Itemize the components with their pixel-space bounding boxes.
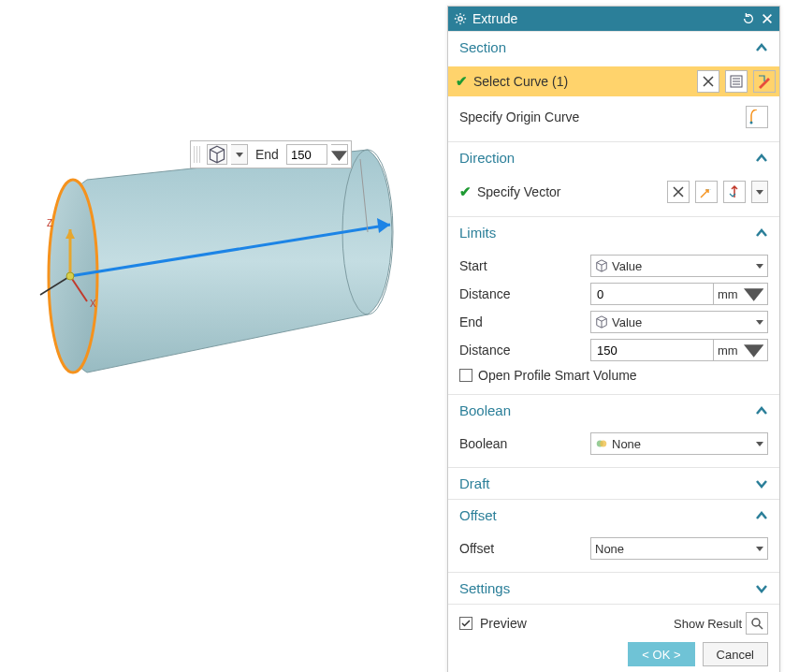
svg-point-9 [66, 272, 74, 280]
preview-label: Preview [480, 616, 527, 631]
select-curve-row[interactable]: ✔ Select Curve (1) [448, 66, 779, 96]
cube-icon [595, 259, 608, 272]
vector-x-icon[interactable] [667, 181, 690, 203]
section-header-settings[interactable]: Settings [448, 572, 779, 604]
chevron-down-icon [755, 477, 768, 490]
boolean-select[interactable]: None [590, 432, 768, 455]
dialog-footer: Preview Show Result [448, 604, 779, 642]
reset-icon[interactable] [742, 12, 755, 25]
chevron-down-icon [755, 582, 768, 595]
dialog-title: Extrude [472, 11, 736, 26]
preview-checkbox[interactable] [459, 617, 472, 630]
svg-point-18 [752, 619, 760, 626]
magnifier-icon[interactable] [746, 612, 768, 635]
offset-label: Offset [459, 541, 590, 556]
open-profile-checkbox[interactable] [459, 369, 472, 382]
specify-vector-label: Specify Vector [477, 184, 561, 199]
chevron-up-icon [755, 152, 768, 165]
ok-button[interactable]: < OK > [628, 642, 694, 666]
offset-select[interactable]: None [590, 537, 768, 560]
svg-text:...: ... [706, 185, 711, 191]
svg-point-14 [750, 122, 753, 124]
section-content-direction: ✔ Specify Vector ... [448, 173, 779, 216]
limits-end-distance-row: Distance mm [459, 336, 768, 364]
limits-end-row: End Value [459, 308, 768, 336]
chevron-up-icon [755, 509, 768, 522]
check-icon: ✔ [456, 73, 468, 90]
close-icon[interactable] [761, 12, 774, 25]
svg-point-17 [600, 441, 606, 447]
show-result[interactable]: Show Result [674, 612, 768, 635]
floating-end-entry[interactable]: End [190, 140, 352, 168]
section-header-direction[interactable]: Direction [448, 141, 779, 173]
end-distance-label: Distance [459, 343, 590, 358]
gear-icon[interactable] [454, 12, 467, 25]
section-content-limits: Start Value Distance mm End Value Distan… [448, 248, 779, 394]
none-icon [595, 437, 608, 450]
section-header-section[interactable]: Section [448, 31, 779, 63]
section-content-boolean: Boolean None [448, 426, 779, 467]
section-content-offset: Offset None [448, 531, 779, 572]
list-icon[interactable] [725, 70, 748, 93]
float-value-dropdown[interactable] [331, 144, 348, 165]
limits-start-row: Start Value [459, 252, 768, 280]
vector-arrow-icon[interactable]: ... [695, 181, 718, 203]
chevron-up-icon [755, 41, 768, 54]
float-value-input[interactable] [286, 144, 327, 165]
float-label: End [252, 147, 283, 162]
intersect-icon[interactable] [697, 70, 719, 93]
extrude-dialog: Extrude Section ✔ Select Curve (1) [447, 6, 780, 672]
start-distance-label: Distance [459, 286, 590, 301]
origin-curve-icon[interactable] [746, 106, 768, 128]
grip-icon [194, 146, 201, 163]
open-profile-row[interactable]: Open Profile Smart Volume [459, 364, 768, 385]
reverse-vector-icon[interactable] [723, 181, 746, 203]
section-header-limits[interactable]: Limits [448, 216, 779, 248]
end-distance-input[interactable] [590, 339, 714, 361]
chevron-up-icon [755, 404, 768, 417]
origin-curve-row[interactable]: Specify Origin Curve [459, 102, 768, 132]
specify-vector-row[interactable]: ✔ Specify Vector ... [459, 177, 768, 207]
start-distance-unit[interactable]: mm [714, 283, 768, 305]
section-header-boolean[interactable]: Boolean [448, 394, 779, 426]
section-content-section: ✔ Select Curve (1) Specify Origin Curve [448, 63, 779, 141]
select-curve-label: Select Curve (1) [473, 74, 568, 89]
cube-dropdown[interactable] [231, 144, 248, 165]
dialog-buttons: < OK > Cancel [448, 642, 779, 672]
start-select[interactable]: Value [590, 255, 768, 277]
origin-curve-label: Specify Origin Curve [459, 110, 579, 124]
dialog-titlebar[interactable]: Extrude [448, 7, 779, 31]
cube-icon[interactable] [207, 144, 227, 165]
svg-text:X: X [90, 299, 96, 309]
svg-point-12 [458, 17, 462, 21]
start-label: Start [459, 258, 590, 273]
chevron-up-icon [755, 226, 768, 240]
cube-icon [595, 315, 608, 329]
open-profile-label: Open Profile Smart Volume [478, 368, 637, 383]
end-distance-unit[interactable]: mm [714, 339, 768, 361]
start-distance-input[interactable] [590, 283, 714, 305]
end-label: End [459, 314, 590, 329]
cancel-button[interactable]: Cancel [703, 642, 768, 666]
boolean-label: Boolean [459, 436, 590, 451]
check-icon: ✔ [459, 183, 472, 200]
viewport-cylinder: X Z [14, 131, 416, 449]
end-select[interactable]: Value [590, 311, 768, 333]
section-header-offset[interactable]: Offset [448, 499, 779, 531]
offset-row: Offset None [459, 534, 768, 562]
limits-start-distance-row: Distance mm [459, 280, 768, 308]
vector-dropdown[interactable] [751, 181, 768, 203]
sketch-icon[interactable] [753, 70, 776, 93]
svg-text:Z: Z [47, 218, 52, 228]
boolean-row: Boolean None [459, 430, 768, 458]
section-header-draft[interactable]: Draft [448, 467, 779, 499]
